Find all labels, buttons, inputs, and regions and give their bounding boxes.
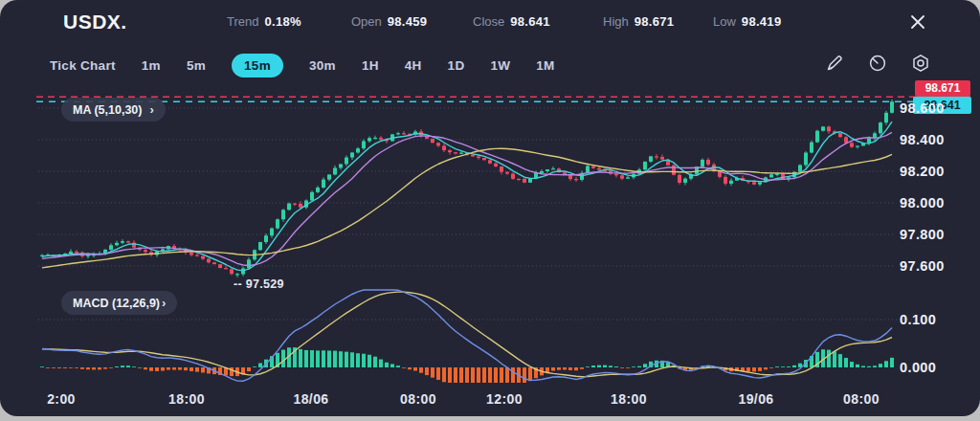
chevron-right-icon: ›	[149, 102, 153, 117]
time-axis-label: 18/06	[293, 391, 328, 407]
time-axis-label: 08:00	[843, 391, 880, 407]
ma-indicator-pill[interactable]: MA (5,10,30) ›	[61, 98, 166, 122]
macd-axis-label: 0.000	[900, 360, 936, 375]
chart-canvas[interactable]	[0, 0, 980, 416]
price-axis-label: 98.400	[900, 132, 945, 147]
macd-axis-label: 0.100	[900, 312, 936, 327]
trading-chart-window: USDX. Trend0.18%Open98.459Close98.641Hig…	[0, 0, 980, 416]
price-axis-label: 98.600	[900, 100, 945, 116]
price-axis-label: 98.200	[900, 164, 945, 179]
chevron-right-icon: ›	[162, 296, 166, 310]
macd-indicator-pill[interactable]: MACD (12,26,9) ›	[61, 291, 177, 315]
time-axis-label: 18:00	[611, 391, 647, 407]
low-price-annotation: -- 97.529	[234, 277, 284, 291]
high-price-badge: 98.671	[915, 80, 970, 97]
time-axis-label: 12:00	[486, 391, 523, 407]
ma-indicator-label: MA (5,10,30)	[73, 103, 142, 117]
macd-indicator-label: MACD (12,26,9)	[73, 297, 160, 310]
price-axis-label: 97.600	[900, 258, 945, 274]
time-axis-label: 18:00	[168, 391, 205, 407]
price-axis-label: 98.000	[900, 195, 945, 210]
time-axis-label: 2:00	[47, 391, 76, 407]
time-axis-label: 08:00	[400, 391, 436, 407]
time-axis-label: 19/06	[738, 391, 773, 407]
price-axis-label: 97.800	[900, 227, 945, 242]
